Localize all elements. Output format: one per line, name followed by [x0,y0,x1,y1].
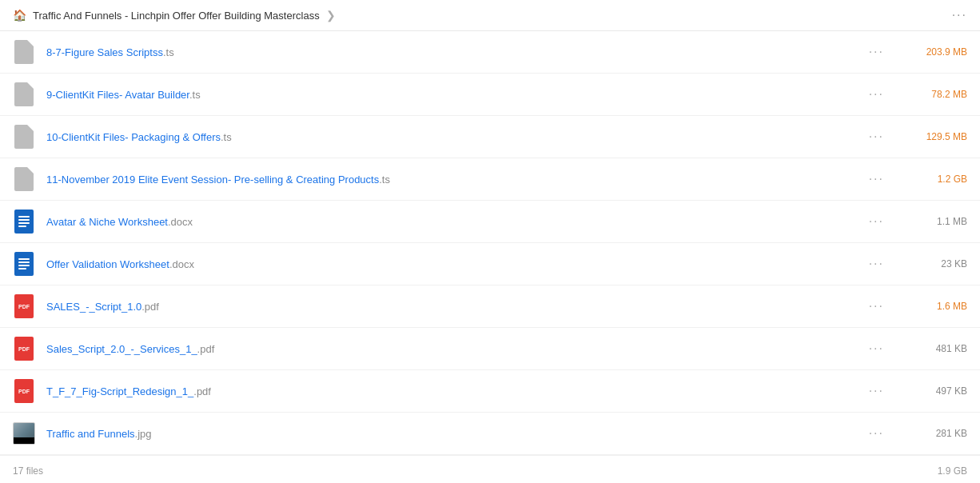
file-size: 1.2 GB [903,174,967,185]
file-icon: PDF [13,293,35,319]
breadcrumb-text: Traffic And Funnels - Linchpin Offer Off… [33,10,320,22]
file-icon [13,166,35,192]
file-icon [13,251,35,277]
file-name: T_F_7_Fig-Script_Redesign_1_.pdf [46,385,862,397]
file-row[interactable]: Offer Validation Worksheet.docx···23 KB [0,243,980,285]
file-row[interactable]: PDFT_F_7_Fig-Script_Redesign_1_.pdf···49… [0,370,980,413]
file-name: 11-November 2019 Elite Event Session- Pr… [46,174,862,186]
file-icon [13,421,35,446]
file-name: 10-ClientKit Files- Packaging & Offers.t… [46,131,862,143]
breadcrumb-bar: 🏠 Traffic And Funnels - Linchpin Offer O… [0,0,980,31]
file-name: Offer Validation Worksheet.docx [46,258,862,270]
breadcrumb-arrow: ❯ [326,9,336,22]
file-size: 129.5 MB [903,131,967,142]
file-row[interactable]: 11-November 2019 Elite Event Session- Pr… [0,158,980,201]
file-icon [13,82,35,107]
file-name: 8-7-Figure Sales Scriptss.ts [46,46,862,58]
file-name: Avatar & Niche Worksheet.docx [46,216,862,228]
file-name: SALES_-_Script_1.0.pdf [46,301,862,313]
file-name: Sales_Script_2.0_-_Services_1_.pdf [46,343,862,355]
file-size: 23 KB [903,258,967,269]
top-right-dots[interactable]: ··· [952,8,967,22]
file-row[interactable]: PDFSales_Script_2.0_-_Services_1_.pdf···… [0,328,980,370]
file-size: 203.9 MB [903,46,967,58]
file-options-button[interactable]: ··· [862,299,890,313]
file-size: 78.2 MB [903,89,967,100]
file-options-button[interactable]: ··· [862,87,890,102]
file-icon [13,39,35,65]
file-row[interactable]: Avatar & Niche Worksheet.docx···1.1 MB [0,201,980,243]
file-name: Traffic and Funnels.jpg [46,428,862,440]
file-options-button[interactable]: ··· [862,257,890,271]
file-count: 17 files [13,465,43,477]
file-options-button[interactable]: ··· [862,172,890,186]
file-options-button[interactable]: ··· [862,45,890,59]
file-row[interactable]: 9-ClientKit Files- Avatar Builder.ts···7… [0,74,980,116]
file-options-button[interactable]: ··· [862,426,890,441]
file-icon [13,124,35,150]
file-row[interactable]: Traffic and Funnels.jpg···281 KB [0,413,980,455]
file-row[interactable]: PDFSALES_-_Script_1.0.pdf···1.6 MB [0,285,980,328]
file-row[interactable]: 8-7-Figure Sales Scriptss.ts···203.9 MB [0,31,980,74]
total-size: 1.9 GB [938,465,967,477]
file-size: 1.6 MB [903,301,967,312]
file-size: 497 KB [903,385,967,397]
file-options-button[interactable]: ··· [862,384,890,398]
file-size: 281 KB [903,428,967,439]
file-size: 1.1 MB [903,216,967,227]
footer: 17 files 1.9 GB [0,455,980,483]
file-icon: PDF [13,378,35,404]
file-options-button[interactable]: ··· [862,214,890,229]
file-options-button[interactable]: ··· [862,130,890,144]
file-name: 9-ClientKit Files- Avatar Builder.ts [46,89,862,101]
file-icon: PDF [13,336,35,361]
file-icon [13,209,35,234]
home-icon: 🏠 [13,9,26,22]
file-list: 8-7-Figure Sales Scriptss.ts···203.9 MB9… [0,31,980,455]
file-options-button[interactable]: ··· [862,341,890,356]
file-row[interactable]: 10-ClientKit Files- Packaging & Offers.t… [0,116,980,158]
file-size: 481 KB [903,343,967,354]
